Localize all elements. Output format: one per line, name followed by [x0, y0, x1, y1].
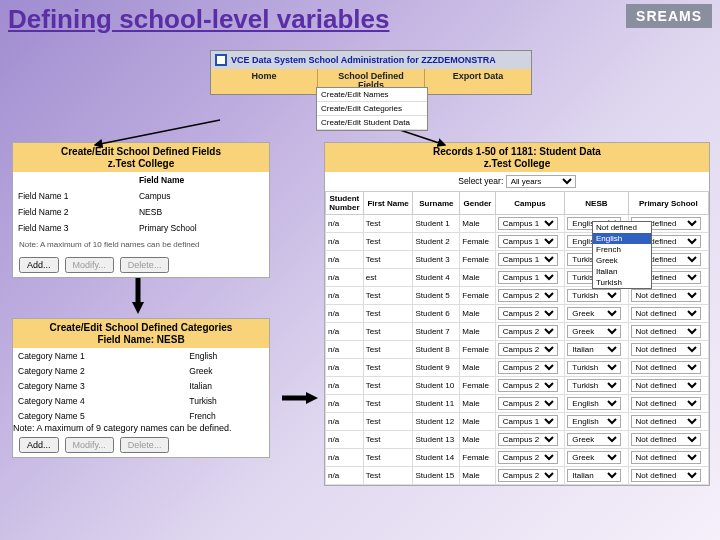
menu-dropdown[interactable]: Create/Edit Names Create/Edit Categories…: [316, 87, 428, 131]
cell: Student 15: [413, 467, 460, 485]
camp-select[interactable]: Campus 2: [498, 343, 558, 356]
table-row: n/aTestStudent 15MaleCampus 2ItalianNot …: [326, 467, 709, 485]
nesb-select[interactable]: Italian: [567, 469, 621, 482]
camp-select[interactable]: Campus 2: [498, 451, 558, 464]
cell: Female: [460, 287, 495, 305]
cell: Student 3: [413, 251, 460, 269]
cell: n/a: [326, 467, 364, 485]
cell: est: [363, 269, 413, 287]
cell: Test: [363, 467, 413, 485]
ps-select[interactable]: Not defined: [631, 289, 701, 302]
cat-label: Category Name 4: [13, 393, 184, 408]
nesb-select[interactable]: Italian: [567, 343, 621, 356]
cats-delete-button[interactable]: Delete...: [120, 437, 170, 453]
fields-delete-button[interactable]: Delete...: [120, 257, 170, 273]
nesb-select[interactable]: Turkish: [567, 379, 621, 392]
table-row: n/aTestStudent 5FemaleCampus 2TurkishNot…: [326, 287, 709, 305]
ps-select[interactable]: Not defined: [631, 343, 701, 356]
cell: Test: [363, 305, 413, 323]
cell: Student 13: [413, 431, 460, 449]
cat-label: Category Name 2: [13, 363, 184, 378]
cell: Test: [363, 215, 413, 233]
year-selector-row: Select year: All years: [325, 172, 709, 191]
svg-line-2: [95, 120, 220, 145]
dropdown-option[interactable]: Greek: [593, 255, 651, 266]
field-name-colhdr: Field Name: [134, 172, 269, 188]
camp-select[interactable]: Campus 2: [498, 325, 558, 338]
camp-select[interactable]: Campus 2: [498, 433, 558, 446]
menu-home[interactable]: Home: [211, 69, 318, 94]
fields-add-button[interactable]: Add...: [19, 257, 59, 273]
ps-select[interactable]: Not defined: [631, 397, 701, 410]
camp-select[interactable]: Campus 1: [498, 415, 558, 428]
cat-value: English: [184, 348, 269, 363]
nesb-select[interactable]: Turkish: [567, 289, 621, 302]
records-col-header: NESB: [565, 192, 628, 215]
dropdown-option[interactable]: Turkish: [593, 277, 651, 288]
dropdown-option[interactable]: French: [593, 244, 651, 255]
cell: Female: [460, 341, 495, 359]
nesb-select[interactable]: Greek: [567, 325, 621, 338]
records-col-header: Surname: [413, 192, 460, 215]
nesb-dropdown-open[interactable]: Not definedEnglishFrenchGreekItalianTurk…: [592, 221, 652, 289]
camp-select[interactable]: Campus 2: [498, 379, 558, 392]
top-window: VCE Data System School Administration fo…: [210, 50, 532, 95]
drop-create-categories[interactable]: Create/Edit Categories: [317, 102, 427, 116]
cell: n/a: [326, 341, 364, 359]
cell: Male: [460, 305, 495, 323]
dropdown-option[interactable]: Not defined: [593, 222, 651, 233]
ps-select[interactable]: Not defined: [631, 379, 701, 392]
fields-modify-button[interactable]: Modify...: [65, 257, 114, 273]
camp-select[interactable]: Campus 1: [498, 235, 558, 248]
cats-modify-button[interactable]: Modify...: [65, 437, 114, 453]
cell: Test: [363, 395, 413, 413]
dropdown-option[interactable]: Italian: [593, 266, 651, 277]
cat-value: Italian: [184, 378, 269, 393]
camp-select[interactable]: Campus 1: [498, 217, 558, 230]
cat-label: Category Name 3: [13, 378, 184, 393]
cell: Student 1: [413, 215, 460, 233]
cell: Test: [363, 377, 413, 395]
camp-select[interactable]: Campus 2: [498, 289, 558, 302]
cell: Student 2: [413, 233, 460, 251]
ps-select[interactable]: Not defined: [631, 451, 701, 464]
nesb-select[interactable]: Turkish: [567, 361, 621, 374]
ps-select[interactable]: Not defined: [631, 307, 701, 320]
table-row: n/aTestStudent 14FemaleCampus 2GreekNot …: [326, 449, 709, 467]
ps-select[interactable]: Not defined: [631, 361, 701, 374]
cell: Male: [460, 215, 495, 233]
camp-select[interactable]: Campus 2: [498, 397, 558, 410]
nesb-select[interactable]: English: [567, 397, 621, 410]
logo-badge: SREAMS: [626, 4, 712, 28]
camp-select[interactable]: Campus 1: [498, 253, 558, 266]
cell: Test: [363, 359, 413, 377]
year-select[interactable]: All years: [506, 175, 576, 188]
camp-select[interactable]: Campus 2: [498, 361, 558, 374]
drop-create-names[interactable]: Create/Edit Names: [317, 88, 427, 102]
field-label: Field Name 2: [13, 204, 134, 220]
fields-buttons: Add... Modify... Delete...: [13, 253, 269, 277]
camp-select[interactable]: Campus 2: [498, 469, 558, 482]
cell: n/a: [326, 413, 364, 431]
cats-add-button[interactable]: Add...: [19, 437, 59, 453]
ps-select[interactable]: Not defined: [631, 469, 701, 482]
cell: Test: [363, 233, 413, 251]
ps-select[interactable]: Not defined: [631, 433, 701, 446]
table-row: n/aTestStudent 12MaleCampus 1EnglishNot …: [326, 413, 709, 431]
nesb-select[interactable]: Greek: [567, 451, 621, 464]
cell: n/a: [326, 323, 364, 341]
svg-rect-1: [217, 56, 225, 64]
cats-note: Note: A maximum of 9 category names can …: [13, 423, 269, 433]
drop-create-student-data[interactable]: Create/Edit Student Data: [317, 116, 427, 130]
camp-select[interactable]: Campus 2: [498, 307, 558, 320]
nesb-select[interactable]: Greek: [567, 307, 621, 320]
field-value: NESB: [134, 204, 269, 220]
nesb-select[interactable]: Greek: [567, 433, 621, 446]
window-icon: [215, 54, 227, 66]
menu-export[interactable]: Export Data: [425, 69, 531, 94]
ps-select[interactable]: Not defined: [631, 415, 701, 428]
ps-select[interactable]: Not defined: [631, 325, 701, 338]
dropdown-option[interactable]: English: [593, 233, 651, 244]
nesb-select[interactable]: English: [567, 415, 621, 428]
camp-select[interactable]: Campus 1: [498, 271, 558, 284]
